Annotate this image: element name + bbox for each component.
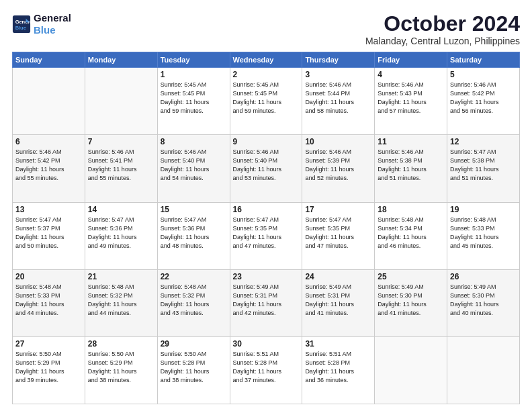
- day-number: 24: [305, 272, 371, 281]
- calendar-cell: 2Sunrise: 5:45 AM Sunset: 5:45 PM Daylig…: [230, 68, 302, 135]
- day-number: 26: [450, 272, 517, 281]
- logo-line1: General: [34, 12, 71, 24]
- day-info: Sunrise: 5:45 AM Sunset: 5:45 PM Dayligh…: [233, 81, 300, 116]
- day-info: Sunrise: 5:46 AM Sunset: 5:41 PM Dayligh…: [88, 148, 154, 183]
- calendar-cell: [85, 68, 157, 135]
- month-title: October 2024: [365, 12, 520, 36]
- calendar-cell: 13Sunrise: 5:47 AM Sunset: 5:37 PM Dayli…: [13, 202, 85, 269]
- day-info: Sunrise: 5:50 AM Sunset: 5:29 PM Dayligh…: [88, 350, 154, 385]
- title-block: October 2024 Malanday, Central Luzon, Ph…: [365, 12, 520, 46]
- day-number: 14: [88, 205, 154, 214]
- calendar-row: 6Sunrise: 5:46 AM Sunset: 5:42 PM Daylig…: [13, 135, 520, 202]
- calendar-cell: 19Sunrise: 5:48 AM Sunset: 5:33 PM Dayli…: [447, 202, 520, 269]
- calendar-cell: 26Sunrise: 5:49 AM Sunset: 5:30 PM Dayli…: [447, 269, 520, 336]
- calendar-cell: 15Sunrise: 5:47 AM Sunset: 5:36 PM Dayli…: [157, 202, 230, 269]
- day-number: 3: [305, 70, 371, 79]
- day-number: 27: [15, 339, 82, 349]
- day-number: 13: [15, 205, 82, 214]
- page: General Blue General Blue October 2024 M…: [0, 0, 532, 411]
- calendar-cell: 4Sunrise: 5:46 AM Sunset: 5:43 PM Daylig…: [375, 68, 447, 135]
- day-number: 9: [233, 137, 300, 146]
- day-info: Sunrise: 5:47 AM Sunset: 5:35 PM Dayligh…: [305, 216, 371, 250]
- day-info: Sunrise: 5:47 AM Sunset: 5:38 PM Dayligh…: [450, 148, 517, 183]
- calendar-cell: 18Sunrise: 5:48 AM Sunset: 5:34 PM Dayli…: [375, 202, 447, 269]
- calendar-cell: 6Sunrise: 5:46 AM Sunset: 5:42 PM Daylig…: [13, 135, 85, 202]
- day-info: Sunrise: 5:47 AM Sunset: 5:36 PM Dayligh…: [88, 216, 154, 250]
- logo-line2: Blue: [34, 24, 71, 36]
- day-number: 22: [161, 272, 227, 281]
- weekday-header: Sunday: [13, 52, 85, 68]
- day-info: Sunrise: 5:47 AM Sunset: 5:35 PM Dayligh…: [233, 216, 300, 250]
- calendar-cell: 14Sunrise: 5:47 AM Sunset: 5:36 PM Dayli…: [85, 202, 157, 269]
- logo-icon: General Blue: [12, 15, 31, 34]
- calendar-row: 13Sunrise: 5:47 AM Sunset: 5:37 PM Dayli…: [13, 202, 520, 269]
- day-info: Sunrise: 5:49 AM Sunset: 5:31 PM Dayligh…: [233, 283, 300, 318]
- day-number: 15: [161, 205, 227, 214]
- day-number: 1: [161, 70, 227, 79]
- calendar-cell: [13, 68, 85, 135]
- day-info: Sunrise: 5:48 AM Sunset: 5:32 PM Dayligh…: [161, 283, 227, 318]
- day-number: 20: [15, 272, 82, 281]
- day-number: 21: [88, 272, 154, 281]
- day-number: 28: [88, 339, 154, 349]
- weekday-header: Wednesday: [230, 52, 302, 68]
- weekday-header: Thursday: [302, 52, 375, 68]
- day-info: Sunrise: 5:49 AM Sunset: 5:31 PM Dayligh…: [305, 283, 371, 318]
- day-number: 7: [88, 137, 154, 146]
- day-info: Sunrise: 5:49 AM Sunset: 5:30 PM Dayligh…: [378, 283, 444, 318]
- logo: General Blue General Blue: [12, 12, 71, 36]
- day-number: 31: [305, 339, 371, 349]
- calendar-row: 20Sunrise: 5:48 AM Sunset: 5:33 PM Dayli…: [13, 269, 520, 336]
- calendar-cell: 25Sunrise: 5:49 AM Sunset: 5:30 PM Dayli…: [375, 269, 447, 336]
- day-info: Sunrise: 5:51 AM Sunset: 5:28 PM Dayligh…: [305, 350, 371, 385]
- weekday-header-row: SundayMondayTuesdayWednesdayThursdayFrid…: [13, 52, 520, 68]
- day-info: Sunrise: 5:46 AM Sunset: 5:43 PM Dayligh…: [378, 81, 444, 116]
- day-number: 11: [378, 137, 444, 146]
- calendar-cell: 7Sunrise: 5:46 AM Sunset: 5:41 PM Daylig…: [85, 135, 157, 202]
- header: General Blue General Blue October 2024 M…: [12, 12, 520, 46]
- calendar-cell: 31Sunrise: 5:51 AM Sunset: 5:28 PM Dayli…: [302, 336, 375, 404]
- day-number: 19: [450, 205, 517, 214]
- day-number: 18: [378, 205, 444, 214]
- calendar-cell: 9Sunrise: 5:46 AM Sunset: 5:40 PM Daylig…: [230, 135, 302, 202]
- calendar-cell: 22Sunrise: 5:48 AM Sunset: 5:32 PM Dayli…: [157, 269, 230, 336]
- day-info: Sunrise: 5:46 AM Sunset: 5:40 PM Dayligh…: [161, 148, 227, 183]
- calendar-cell: 1Sunrise: 5:45 AM Sunset: 5:45 PM Daylig…: [157, 68, 230, 135]
- day-info: Sunrise: 5:46 AM Sunset: 5:42 PM Dayligh…: [15, 148, 82, 183]
- day-info: Sunrise: 5:46 AM Sunset: 5:38 PM Dayligh…: [378, 148, 444, 183]
- day-info: Sunrise: 5:46 AM Sunset: 5:42 PM Dayligh…: [450, 81, 517, 116]
- weekday-header: Saturday: [447, 52, 520, 68]
- weekday-header: Friday: [375, 52, 447, 68]
- day-info: Sunrise: 5:46 AM Sunset: 5:39 PM Dayligh…: [305, 148, 371, 183]
- calendar-cell: 30Sunrise: 5:51 AM Sunset: 5:28 PM Dayli…: [230, 336, 302, 404]
- day-number: 2: [233, 70, 300, 79]
- location: Malanday, Central Luzon, Philippines: [365, 36, 520, 46]
- calendar-cell: 23Sunrise: 5:49 AM Sunset: 5:31 PM Dayli…: [230, 269, 302, 336]
- calendar-row: 27Sunrise: 5:50 AM Sunset: 5:29 PM Dayli…: [13, 336, 520, 404]
- day-number: 12: [450, 137, 517, 146]
- calendar-cell: 12Sunrise: 5:47 AM Sunset: 5:38 PM Dayli…: [447, 135, 520, 202]
- svg-text:Blue: Blue: [15, 25, 26, 31]
- day-info: Sunrise: 5:50 AM Sunset: 5:29 PM Dayligh…: [15, 350, 82, 385]
- calendar-cell: 21Sunrise: 5:48 AM Sunset: 5:32 PM Dayli…: [85, 269, 157, 336]
- calendar-cell: 20Sunrise: 5:48 AM Sunset: 5:33 PM Dayli…: [13, 269, 85, 336]
- day-number: 17: [305, 205, 371, 214]
- day-number: 29: [161, 339, 227, 349]
- calendar-cell: 11Sunrise: 5:46 AM Sunset: 5:38 PM Dayli…: [375, 135, 447, 202]
- day-info: Sunrise: 5:47 AM Sunset: 5:36 PM Dayligh…: [161, 216, 227, 250]
- day-info: Sunrise: 5:45 AM Sunset: 5:45 PM Dayligh…: [161, 81, 227, 116]
- calendar-cell: 17Sunrise: 5:47 AM Sunset: 5:35 PM Dayli…: [302, 202, 375, 269]
- day-info: Sunrise: 5:48 AM Sunset: 5:32 PM Dayligh…: [88, 283, 154, 318]
- day-info: Sunrise: 5:49 AM Sunset: 5:30 PM Dayligh…: [450, 283, 517, 318]
- calendar-cell: 5Sunrise: 5:46 AM Sunset: 5:42 PM Daylig…: [447, 68, 520, 135]
- day-number: 5: [450, 70, 517, 79]
- day-info: Sunrise: 5:46 AM Sunset: 5:44 PM Dayligh…: [305, 81, 371, 116]
- day-number: 30: [233, 339, 300, 349]
- day-number: 6: [15, 137, 82, 146]
- day-info: Sunrise: 5:48 AM Sunset: 5:33 PM Dayligh…: [15, 283, 82, 318]
- calendar-cell: 3Sunrise: 5:46 AM Sunset: 5:44 PM Daylig…: [302, 68, 375, 135]
- day-info: Sunrise: 5:50 AM Sunset: 5:28 PM Dayligh…: [161, 350, 227, 385]
- day-info: Sunrise: 5:48 AM Sunset: 5:34 PM Dayligh…: [378, 216, 444, 250]
- calendar: SundayMondayTuesdayWednesdayThursdayFrid…: [12, 52, 520, 404]
- day-info: Sunrise: 5:47 AM Sunset: 5:37 PM Dayligh…: [15, 216, 82, 250]
